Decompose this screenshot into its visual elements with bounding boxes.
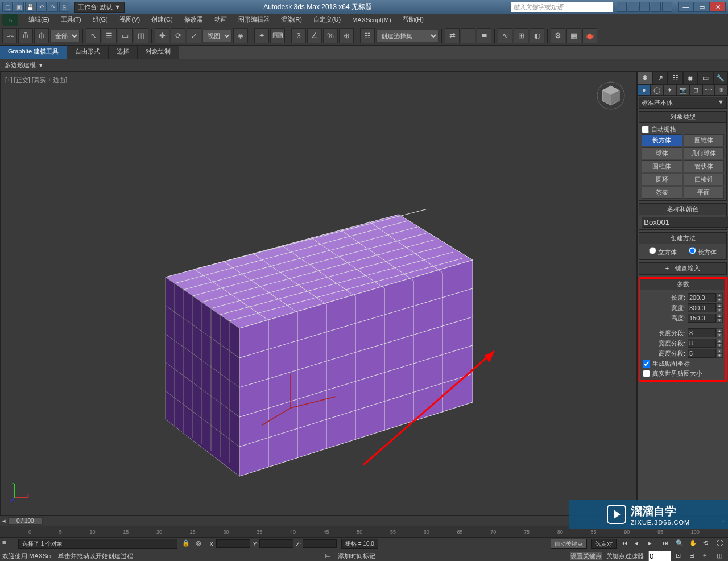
- menu-edit[interactable]: 编辑(E): [23, 14, 55, 25]
- btn-sphere[interactable]: 球体: [642, 147, 682, 159]
- shapes-subtab-icon[interactable]: ◯: [651, 84, 664, 96]
- exchange-icon[interactable]: [639, 2, 650, 12]
- spin-up-icon[interactable]: ▲: [716, 328, 723, 333]
- timeline-left-icon[interactable]: ◂: [2, 517, 6, 525]
- select-rect-icon[interactable]: ▭: [118, 28, 133, 43]
- snap-3-icon[interactable]: 3: [291, 28, 306, 43]
- length-input[interactable]: [688, 293, 716, 302]
- y-input[interactable]: [259, 539, 293, 548]
- menu-help[interactable]: 帮助(H): [397, 14, 429, 25]
- maximize-button[interactable]: ▭: [694, 2, 710, 12]
- menu-customize[interactable]: 自定义(U): [308, 14, 346, 25]
- lights-subtab-icon[interactable]: ✦: [663, 84, 676, 96]
- z-input[interactable]: [303, 539, 337, 548]
- layers-icon[interactable]: ≣: [477, 28, 491, 43]
- btn-plane[interactable]: 平面: [684, 187, 725, 199]
- add-time-tag[interactable]: 添加时间标记: [338, 552, 375, 560]
- radio-cube[interactable]: 立方体: [649, 247, 677, 257]
- spin-up-icon[interactable]: ▲: [716, 293, 723, 298]
- menu-create[interactable]: 创建(C): [146, 14, 178, 25]
- spinner-snap-icon[interactable]: ⊕: [339, 28, 354, 43]
- menu-modifier[interactable]: 修改器: [179, 14, 209, 25]
- cameras-subtab-icon[interactable]: 📷: [676, 84, 689, 96]
- viewport-label[interactable]: [+] [正交] [真实 + 边面]: [5, 76, 67, 84]
- spin-down-icon[interactable]: ▼: [716, 308, 723, 312]
- btn-tube[interactable]: 管状体: [684, 160, 725, 172]
- nav-zoomall-icon[interactable]: ⊞: [689, 552, 698, 561]
- spin-up-icon[interactable]: ▲: [716, 314, 723, 318]
- motion-tab-icon[interactable]: ◉: [683, 72, 698, 84]
- modify-tab-icon[interactable]: ↗: [653, 72, 668, 84]
- menu-group[interactable]: 组(G): [87, 14, 114, 25]
- favorites-icon[interactable]: [651, 2, 661, 12]
- btn-cylinder[interactable]: 圆柱体: [642, 160, 682, 172]
- current-frame-input[interactable]: [648, 551, 671, 561]
- menu-maxscript[interactable]: MAXScript(M): [346, 15, 396, 24]
- maxscript-mini-icon[interactable]: ≡: [2, 539, 14, 549]
- render-icon[interactable]: 🫖: [582, 28, 597, 43]
- open-icon[interactable]: ▣: [14, 2, 24, 12]
- nav-orbit-icon[interactable]: ⟲: [703, 539, 712, 548]
- mirror-icon[interactable]: ⇄: [445, 28, 460, 43]
- btn-torus[interactable]: 圆环: [642, 174, 682, 185]
- btn-pyramid[interactable]: 四棱锥: [684, 174, 725, 185]
- window-crossing-icon[interactable]: ◫: [134, 28, 148, 43]
- spin-down-icon[interactable]: ▼: [716, 333, 723, 337]
- render-frame-icon[interactable]: ▦: [566, 28, 581, 43]
- autogrid-row[interactable]: 自动栅格: [642, 125, 724, 134]
- link-icon[interactable]: ⎘: [59, 2, 69, 12]
- play-next-icon[interactable]: ⏭: [662, 539, 671, 548]
- systems-subtab-icon[interactable]: ✳: [715, 84, 728, 96]
- manip-icon[interactable]: ✦: [254, 28, 269, 43]
- nav-fov-icon[interactable]: ⌖: [703, 552, 712, 561]
- display-tab-icon[interactable]: ▭: [698, 72, 713, 84]
- scale-icon[interactable]: ⤢: [187, 28, 201, 43]
- gen-mapping-checkbox[interactable]: [643, 360, 650, 368]
- bind-icon[interactable]: ⫛: [34, 28, 49, 43]
- play-icon[interactable]: ▸: [648, 539, 657, 548]
- signin-icon[interactable]: [628, 2, 638, 12]
- rollout-hdr[interactable]: 创建方法: [639, 233, 726, 244]
- rollout-hdr[interactable]: 对象类型: [639, 112, 726, 123]
- space-warps-subtab-icon[interactable]: 〰: [702, 84, 715, 96]
- selected-label[interactable]: 选定对: [592, 539, 617, 549]
- nav-zoom-icon[interactable]: 🔍: [676, 539, 685, 548]
- tag-icon[interactable]: 🏷: [324, 552, 333, 561]
- spin-down-icon[interactable]: ▼: [716, 298, 723, 302]
- time-slider[interactable]: 0 / 100: [8, 517, 43, 525]
- play-prev-icon[interactable]: ⏮: [621, 539, 630, 548]
- selection-filter[interactable]: 全部: [50, 30, 80, 42]
- lsegs-input[interactable]: [688, 328, 716, 337]
- btn-box[interactable]: 长方体: [642, 134, 682, 146]
- tab-paint[interactable]: 对象绘制: [138, 46, 179, 59]
- menu-grapheditor[interactable]: 图形编辑器: [233, 14, 275, 25]
- spin-up-icon[interactable]: ▲: [716, 349, 723, 353]
- create-tab-icon[interactable]: ✱: [638, 72, 653, 84]
- btn-teapot[interactable]: 茶壶: [642, 187, 682, 199]
- wsegs-input[interactable]: [688, 339, 716, 348]
- workspace-selector[interactable]: 工作台: 默认 ▼: [74, 2, 125, 13]
- hierarchy-tab-icon[interactable]: ☷: [668, 72, 683, 84]
- spin-down-icon[interactable]: ▼: [716, 353, 723, 358]
- select-icon[interactable]: ↖: [86, 28, 101, 43]
- play-back-icon[interactable]: ◂: [635, 539, 644, 548]
- nav-pan-icon[interactable]: ✋: [689, 539, 698, 548]
- tab-selection[interactable]: 选择: [109, 46, 138, 59]
- width-input[interactable]: [688, 303, 716, 312]
- redo-icon[interactable]: ↷: [48, 2, 58, 12]
- spin-down-icon[interactable]: ▼: [716, 318, 723, 323]
- spin-down-icon[interactable]: ▼: [716, 343, 723, 348]
- undo-icon[interactable]: ↶: [36, 2, 47, 12]
- named-selection-set[interactable]: 创建选择集: [376, 30, 439, 42]
- move-icon[interactable]: ✥: [155, 28, 169, 43]
- isolate-icon[interactable]: ◎: [196, 539, 205, 548]
- rollout-hdr[interactable]: + 键盘输入: [639, 263, 726, 274]
- height-input[interactable]: [688, 314, 716, 323]
- real-world-row[interactable]: 真实世界贴图大小: [643, 369, 723, 378]
- category-dropdown[interactable]: 标准基本体 ▼: [639, 97, 727, 109]
- key-filters-button[interactable]: 关键点过滤器: [606, 552, 644, 560]
- named-sel-icon[interactable]: ☷: [360, 28, 375, 43]
- search-input[interactable]: 键入关键字或短语: [511, 2, 613, 12]
- ref-coord-dropdown[interactable]: 视图: [202, 30, 232, 42]
- spin-up-icon[interactable]: ▲: [716, 303, 723, 308]
